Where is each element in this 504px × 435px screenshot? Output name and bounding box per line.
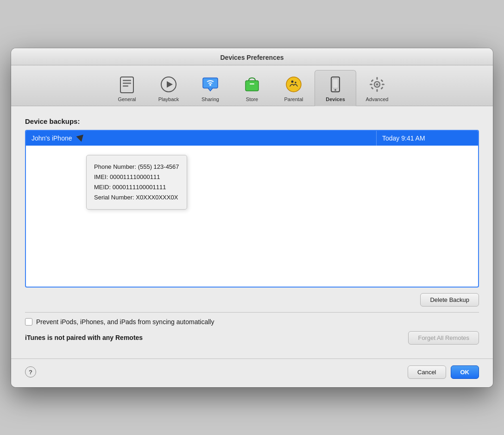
device-info-tooltip: Phone Number: (555) 123-4567 IMEI: 00001… [86,155,187,210]
advanced-icon [367,74,387,95]
divider-1 [25,312,479,313]
help-button[interactable]: ? [25,366,36,377]
svg-rect-18 [377,77,378,80]
svg-point-17 [376,83,378,85]
tab-sharing[interactable]: Sharing [189,70,231,106]
prevent-sync-row: Prevent iPods, iPhones, and iPads from s… [25,318,479,326]
section-label: Device backups: [25,117,479,125]
window-title: Devices Preferences [220,54,284,61]
svg-point-15 [334,89,336,91]
svg-rect-2 [123,83,131,84]
tab-parental[interactable]: Parental [273,70,315,106]
tab-general-label: General [118,96,136,102]
tab-parental-label: Parental [284,96,303,102]
svg-rect-23 [380,79,383,82]
tab-devices[interactable]: Devices [315,70,356,106]
prevent-sync-label: Prevent iPods, iPhones, and iPads from s… [36,318,214,326]
svg-rect-24 [371,86,373,89]
preferences-window: Devices Preferences General [11,48,493,387]
svg-rect-14 [333,79,338,88]
devices-icon [325,74,346,95]
svg-point-7 [209,84,211,86]
tab-sharing-label: Sharing [202,96,219,102]
svg-rect-21 [382,83,384,85]
backup-table: John's iPhone Today 9:41 AM Phone Number… [25,130,479,288]
svg-point-10 [286,77,301,92]
ok-button[interactable]: OK [451,365,479,379]
backup-body: Phone Number: (555) 123-4567 IMEI: 00001… [26,146,478,285]
svg-rect-25 [380,86,383,89]
tab-store[interactable]: Store [231,70,273,106]
svg-rect-19 [377,89,378,92]
tab-playback[interactable]: Playback [148,70,189,106]
tooltip-serial: Serial Number: X0XXX0XXX0X [94,192,179,203]
delete-backup-button[interactable]: Delete Backup [420,293,479,307]
tab-advanced[interactable]: Advanced [356,70,398,106]
svg-rect-22 [371,79,373,82]
tooltip-phone: Phone Number: (555) 123-4567 [94,162,179,172]
svg-rect-9 [250,83,254,84]
delete-backup-row: Delete Backup [25,293,479,307]
cursor-icon [76,134,85,143]
prevent-sync-checkbox[interactable] [25,318,32,326]
cancel-button[interactable]: Cancel [408,365,446,379]
tab-advanced-label: Advanced [366,96,389,102]
svg-rect-8 [246,81,258,91]
tab-general[interactable]: General [106,70,148,106]
forget-remotes-button[interactable]: Forget All Remotes [408,331,479,345]
store-icon [242,74,262,95]
svg-marker-5 [167,81,173,88]
playback-icon [158,74,179,95]
backup-header-row[interactable]: John's iPhone Today 9:41 AM [26,131,478,146]
remotes-status-label: iTunes is not paired with any Remotes [25,334,143,341]
svg-rect-3 [123,85,128,87]
tooltip-meid: MEID: 0000111100001111 [94,182,179,192]
svg-point-12 [295,82,296,83]
main-content: Device backups: John's iPhone Today 9:41… [11,106,493,358]
bottom-bar: ? Cancel OK [11,358,493,387]
bottom-buttons: Cancel OK [408,365,479,379]
backup-date: Today 9:41 AM [376,131,478,146]
svg-rect-0 [120,77,133,93]
tab-playback-label: Playback [158,96,179,102]
tooltip-imei: IMEI: 000011110000111 [94,172,179,182]
general-icon [117,74,137,95]
tab-devices-label: Devices [326,96,345,102]
svg-rect-1 [123,80,131,81]
backup-device-name: John's iPhone [26,131,376,146]
sharing-icon [200,74,220,95]
svg-point-11 [291,80,294,83]
parental-icon [284,74,304,95]
toolbar: General Playback [11,65,493,106]
svg-rect-20 [370,83,372,85]
titlebar: Devices Preferences [11,48,493,65]
tab-store-label: Store [246,96,258,102]
remotes-row: iTunes is not paired with any Remotes Fo… [25,331,479,345]
